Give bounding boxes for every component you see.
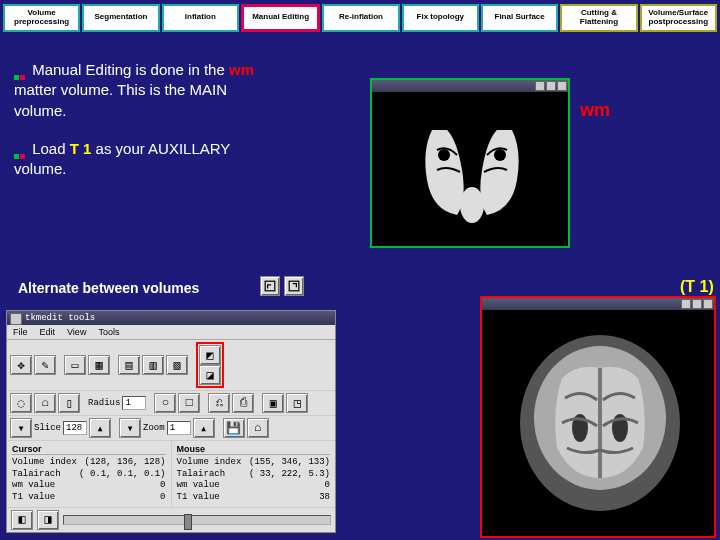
snapshot-button[interactable]: ▣ xyxy=(262,393,284,413)
view-sagittal-button[interactable]: ▧ xyxy=(166,355,188,375)
row-t1-m: 38 xyxy=(319,492,330,504)
volume-switch-highlight: ◩ ◪ xyxy=(196,342,224,388)
radius-value[interactable]: 1 xyxy=(122,396,146,410)
bullet-icon xyxy=(14,65,26,77)
toolbox-row-2: ◌ ⌂ ▯ Radius 1 ○ □ ⎌ ⎙ ▣ ◳ xyxy=(7,391,335,416)
volume-main-button[interactable]: ◩ xyxy=(199,345,221,365)
row-tal-m: ( 33, 222, 5.3) xyxy=(249,469,330,481)
misc-2-button[interactable]: ⎙ xyxy=(232,393,254,413)
svg-point-3 xyxy=(438,149,450,161)
svg-point-4 xyxy=(494,149,506,161)
bullet-2: Load T 1 as your AUXILLARY volume. xyxy=(14,139,274,180)
menu-edit[interactable]: Edit xyxy=(40,327,56,337)
zoom-label: Zoom xyxy=(143,423,165,433)
toolbox-row-3: ▾ Slice 128 ▴ ▾ Zoom 1 ▴ 💾 ⌂ xyxy=(7,416,335,441)
bullet-2-em: T 1 xyxy=(70,140,92,157)
menu-view[interactable]: View xyxy=(67,327,86,337)
t1-viewer-header xyxy=(482,298,714,310)
slider-tool-2[interactable]: ◨ xyxy=(37,510,59,530)
row-wm-k2: wm value xyxy=(177,480,220,492)
t1-label: (T 1) xyxy=(680,278,714,296)
row-volidx-k2: Volume index xyxy=(177,457,242,469)
svg-rect-0 xyxy=(265,281,275,291)
toolbox-title: tkmedit tools xyxy=(7,311,335,325)
row-tal-c: ( 0.1, 0.1, 0.1) xyxy=(79,469,165,481)
zoom-in-button[interactable]: ▴ xyxy=(193,418,215,438)
bullet-1-pre: Manual Editing is done in the xyxy=(32,61,229,78)
bullet-icon xyxy=(14,144,26,156)
nav-arrows-button[interactable]: ✥ xyxy=(10,355,32,375)
layout-single-button[interactable]: ▭ xyxy=(64,355,86,375)
wm-label: wm xyxy=(580,100,610,121)
view-horizontal-button[interactable]: ▥ xyxy=(142,355,164,375)
home-button[interactable]: ⌂ xyxy=(247,418,269,438)
row-volidx-c: (128, 136, 128) xyxy=(84,457,165,469)
tool-3-button[interactable]: ▯ xyxy=(58,393,80,413)
row-wm-c: 0 xyxy=(160,480,165,492)
tool-1-button[interactable]: ◌ xyxy=(10,393,32,413)
alternate-label: Alternate between volumes xyxy=(18,280,199,296)
svg-rect-1 xyxy=(289,281,299,291)
stage-inflation: Inflation xyxy=(162,4,239,32)
stage-reinflation: Re-inflation xyxy=(322,4,399,32)
stage-fix-topology: Fix topology xyxy=(402,4,479,32)
row-tal-k: Talairach xyxy=(12,469,61,481)
stage-final-surface: Final Surface xyxy=(481,4,558,32)
wm-viewer-header xyxy=(372,80,568,92)
wm-viewer xyxy=(370,78,570,248)
shape-circle-button[interactable]: ○ xyxy=(154,393,176,413)
tool-2-button[interactable]: ⌂ xyxy=(34,393,56,413)
row-t1-k2: T1 value xyxy=(177,492,220,504)
slice-up-button[interactable]: ▴ xyxy=(89,418,111,438)
zoom-value[interactable]: 1 xyxy=(167,421,191,435)
slice-value[interactable]: 128 xyxy=(63,421,87,435)
mouse-column: Mouse Volume index(155, 346, 133) Talair… xyxy=(172,441,336,507)
stage-manual-editing: Manual Editing xyxy=(241,4,320,32)
bullet-1: Manual Editing is done in the wm matter … xyxy=(14,60,274,121)
zoom-out-button[interactable]: ▾ xyxy=(119,418,141,438)
row-wm-k: wm value xyxy=(12,480,55,492)
cursor-title: Cursor xyxy=(12,444,166,455)
row-volidx-k: Volume index xyxy=(12,457,77,469)
stage-postprocessing: Volume/Surface postprocessing xyxy=(640,4,717,32)
pencil-button[interactable]: ✎ xyxy=(34,355,56,375)
slice-label: Slice xyxy=(34,423,61,433)
bullet-1-post: matter volume. This is the MAIN volume. xyxy=(14,81,227,118)
contrast-slider[interactable] xyxy=(63,515,331,525)
cursor-column: Cursor Volume index(128, 136, 128) Talai… xyxy=(7,441,172,507)
pipeline-stages: Volume preprocessing Segmentation Inflat… xyxy=(0,0,720,36)
mouse-title: Mouse xyxy=(177,444,331,455)
alternate-buttons xyxy=(260,276,304,296)
row-tal-k2: Talairach xyxy=(177,469,226,481)
menu-file[interactable]: File xyxy=(13,327,28,337)
alt-button-2[interactable] xyxy=(284,276,304,296)
stage-cutting-flattening: Cutting & Flattening xyxy=(560,4,637,32)
t1-brain-image xyxy=(502,328,698,518)
slice-down-button[interactable]: ▾ xyxy=(10,418,32,438)
shape-square-button[interactable]: □ xyxy=(178,393,200,413)
stage-volume-preprocessing: Volume preprocessing xyxy=(3,4,80,32)
toolbox-row-1: ✥ ✎ ▭ ▦ ▤ ▥ ▧ ◩ ◪ xyxy=(7,340,335,391)
misc-1-button[interactable]: ⎌ xyxy=(208,393,230,413)
toolbox-menu: File Edit View Tools xyxy=(7,325,335,340)
t1-viewer xyxy=(480,296,716,538)
row-wm-m: 0 xyxy=(325,480,330,492)
wm-brain-image xyxy=(402,110,542,230)
svg-point-2 xyxy=(460,187,484,223)
save-button[interactable]: 💾 xyxy=(223,418,245,438)
row-volidx-m: (155, 346, 133) xyxy=(249,457,330,469)
row-t1-k: T1 value xyxy=(12,492,55,504)
bullet-1-em: wm xyxy=(229,61,254,78)
menu-tools[interactable]: Tools xyxy=(98,327,119,337)
alt-button-1[interactable] xyxy=(260,276,280,296)
layout-multi-button[interactable]: ▦ xyxy=(88,355,110,375)
restore-button[interactable]: ◳ xyxy=(286,393,308,413)
instruction-text: Manual Editing is done in the wm matter … xyxy=(14,60,274,197)
view-coronal-button[interactable]: ▤ xyxy=(118,355,140,375)
stage-segmentation: Segmentation xyxy=(82,4,159,32)
row-t1-c: 0 xyxy=(160,492,165,504)
volume-aux-button[interactable]: ◪ xyxy=(199,365,221,385)
radius-label: Radius xyxy=(88,398,120,408)
slider-tool-1[interactable]: ◧ xyxy=(11,510,33,530)
toolbox-slider-row: ◧ ◨ xyxy=(7,507,335,532)
